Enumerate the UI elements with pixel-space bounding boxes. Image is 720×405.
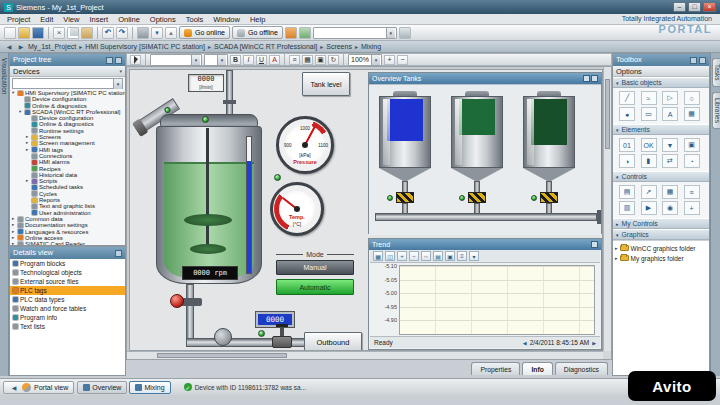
graphic-view-icon[interactable]: ▦ bbox=[684, 107, 700, 121]
menu-item[interactable]: Help bbox=[245, 14, 270, 25]
editor-tab[interactable]: Overview bbox=[77, 381, 127, 394]
snapshot-icon[interactable]: ▣ bbox=[445, 251, 455, 261]
menu-item[interactable]: Project bbox=[2, 14, 35, 25]
details-item[interactable]: Watch and force tables bbox=[10, 304, 125, 313]
export-icon[interactable]: ▾ bbox=[469, 251, 479, 261]
zoom-select[interactable]: 100% ▾ bbox=[348, 54, 382, 66]
window-split-icon[interactable] bbox=[399, 27, 411, 39]
paste-icon[interactable] bbox=[81, 27, 93, 39]
libraries-tab[interactable]: Libraries bbox=[712, 92, 720, 129]
zoom-out-icon[interactable]: − bbox=[409, 251, 419, 261]
details-item[interactable]: Program blocks bbox=[10, 259, 125, 268]
polyline-icon[interactable]: ≈ bbox=[641, 91, 657, 105]
font-size-select[interactable]: ▾ bbox=[204, 54, 228, 66]
circle-icon[interactable]: ● bbox=[619, 107, 635, 121]
alarm-view-icon[interactable]: ▤ bbox=[619, 185, 635, 199]
breadcrumb-item[interactable]: SCADA [WinCC RT Professional] bbox=[205, 43, 317, 50]
text-field-icon[interactable]: A bbox=[662, 107, 678, 121]
panel-button-icon[interactable] bbox=[591, 75, 598, 82]
editor-tab[interactable]: Mixing bbox=[129, 381, 170, 394]
panel-button-icon[interactable] bbox=[591, 241, 598, 248]
scrollbar-thumb[interactable] bbox=[157, 353, 287, 358]
menu-item[interactable]: Insert bbox=[84, 14, 113, 25]
valve-handwheel[interactable] bbox=[170, 294, 184, 308]
vertical-scrollbar[interactable] bbox=[603, 67, 611, 351]
font-color-button[interactable]: A bbox=[269, 55, 280, 65]
overview-tank-3[interactable] bbox=[523, 91, 575, 223]
media-player-icon[interactable]: ▶ bbox=[641, 201, 657, 215]
status-force-icon[interactable]: + bbox=[684, 201, 700, 215]
trend-view-icon[interactable]: ↗ bbox=[641, 185, 657, 199]
symbolic-io-field-icon[interactable]: ▼ bbox=[662, 138, 678, 152]
underline-button[interactable]: U bbox=[256, 55, 267, 65]
user-view-icon[interactable]: ≡ bbox=[684, 185, 700, 199]
pin-icon[interactable] bbox=[106, 57, 113, 64]
tasks-tab[interactable]: Tasks bbox=[712, 58, 720, 87]
collapse-down-icon[interactable] bbox=[115, 250, 122, 257]
forward-icon[interactable]: ▶ bbox=[16, 43, 26, 50]
details-item[interactable]: PLC data types bbox=[10, 295, 125, 304]
horizontal-scrollbar[interactable] bbox=[127, 351, 603, 359]
tank-level-button[interactable]: Tank level bbox=[302, 72, 350, 96]
graphics-folder-item[interactable]: ▸ WinCC graphics folder bbox=[615, 243, 707, 253]
back-icon[interactable]: ◀ bbox=[4, 43, 14, 50]
devices-tab[interactable]: Devices ▾ bbox=[10, 66, 125, 77]
accessible-devices-select[interactable]: ▾ bbox=[313, 27, 397, 39]
breadcrumb-item[interactable]: Screens bbox=[317, 43, 352, 50]
overview-tank-2[interactable] bbox=[451, 91, 503, 223]
rectangle-icon[interactable]: ▭ bbox=[641, 107, 657, 121]
automatic-button[interactable]: Automatic bbox=[276, 279, 354, 295]
details-item[interactable]: Program info bbox=[10, 313, 125, 322]
temperature-gauge[interactable]: Temp. [°C] bbox=[270, 182, 324, 236]
menu-item[interactable]: View bbox=[58, 14, 84, 25]
section-basic-objects[interactable]: ▾ Basic objects bbox=[613, 77, 709, 88]
go-offline-button[interactable]: Go offline bbox=[232, 26, 283, 39]
pump[interactable] bbox=[214, 328, 232, 346]
valve-actuator[interactable] bbox=[468, 192, 486, 203]
outbound-button[interactable]: Outbound bbox=[304, 332, 362, 351]
grid-icon[interactable]: ▤ bbox=[433, 251, 443, 261]
zoom-in-icon[interactable]: + bbox=[397, 251, 407, 261]
upload-from-device-icon[interactable]: ▲ bbox=[165, 27, 177, 39]
table-view-icon[interactable]: ▦ bbox=[373, 251, 383, 261]
menu-item[interactable]: Online bbox=[113, 14, 145, 25]
scroll-left-icon[interactable]: ◀ bbox=[523, 340, 527, 346]
graphics-folder-item[interactable]: ▸ My graphics folder bbox=[615, 253, 707, 263]
panel-button-icon[interactable] bbox=[583, 75, 590, 82]
bold-button[interactable]: B bbox=[230, 55, 241, 65]
bar-icon[interactable]: ▮ bbox=[641, 154, 657, 168]
overview-tank-1[interactable] bbox=[379, 91, 431, 223]
section-elements[interactable]: ▾ Elements bbox=[613, 124, 709, 135]
zoom-out-button[interactable]: − bbox=[397, 55, 408, 65]
rotate-icon[interactable]: ↻ bbox=[328, 55, 339, 65]
save-project-icon[interactable] bbox=[32, 27, 44, 39]
trend-panel[interactable]: Trend ▦◫+−↔▤▣≡▾ -5.10 bbox=[368, 238, 602, 350]
italic-button[interactable]: I bbox=[243, 55, 254, 65]
section-graphics[interactable]: ▾ Graphics bbox=[613, 229, 709, 240]
scrollbar-thumb[interactable] bbox=[605, 79, 610, 149]
inspector-tab[interactable]: Properties bbox=[471, 362, 520, 375]
date-time-field-icon[interactable]: ◑ bbox=[619, 154, 635, 168]
pressure-gauge[interactable]: 900 1000 1100 [kPa] Pressure bbox=[276, 116, 334, 174]
online-diagnostics-icon[interactable] bbox=[285, 27, 297, 39]
zoom-in-button[interactable]: + bbox=[384, 55, 395, 65]
go-online-button[interactable]: Go online bbox=[179, 26, 230, 39]
menu-item[interactable]: Tools bbox=[181, 14, 209, 25]
redo-icon[interactable]: ↷ bbox=[116, 27, 128, 39]
details-item[interactable]: Technological objects bbox=[10, 268, 125, 277]
close-button[interactable]: × bbox=[703, 2, 716, 12]
overview-tanks-panel[interactable]: Overview Tanks bbox=[368, 72, 602, 234]
devices-filter-select[interactable]: ▾ bbox=[12, 78, 123, 89]
download-to-device-icon[interactable]: ▼ bbox=[151, 27, 163, 39]
pin-icon[interactable] bbox=[690, 57, 697, 64]
new-project-icon[interactable] bbox=[4, 27, 16, 39]
manual-button[interactable]: Manual bbox=[276, 260, 354, 275]
open-project-icon[interactable] bbox=[18, 27, 30, 39]
scroll-right-icon[interactable]: ▶ bbox=[592, 340, 596, 346]
section-controls[interactable]: ▾ Controls bbox=[613, 171, 709, 182]
io-field-icon[interactable]: 01 bbox=[619, 138, 635, 152]
maximize-button[interactable]: □ bbox=[688, 2, 701, 12]
ellipse-icon[interactable]: ○ bbox=[684, 91, 700, 105]
recipe-view-icon[interactable]: ▥ bbox=[619, 201, 635, 215]
minimize-button[interactable]: – bbox=[673, 2, 686, 12]
